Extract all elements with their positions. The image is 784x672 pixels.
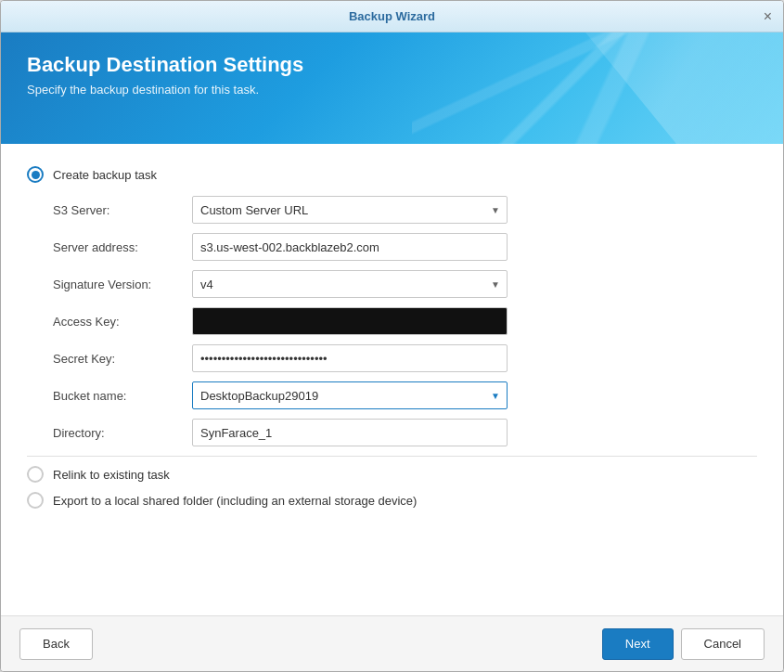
footer: Back Next Cancel [1,615,783,671]
create-task-label: Create backup task [53,168,157,182]
secret-key-label: Secret Key: [53,352,192,366]
export-radio[interactable] [27,492,44,509]
radio-section: Create backup task S3 Server: Custom Ser… [27,166,757,446]
close-button[interactable]: × [764,9,772,24]
bucket-row: Bucket name: DesktopBackup29019 ▼ [53,381,757,409]
page-subtitle: Specify the backup destination for this … [27,83,757,97]
server-address-input[interactable] [192,233,508,261]
footer-left: Back [19,628,93,660]
relink-label: Relink to existing task [53,468,170,482]
next-button[interactable]: Next [602,628,674,660]
server-address-row: Server address: [53,233,757,261]
access-key-label: Access Key: [53,315,192,329]
titlebar: Backup Wizard × [1,1,783,32]
server-address-label: Server address: [53,240,192,254]
bucket-label: Bucket name: [53,389,192,403]
directory-label: Directory: [53,426,192,440]
bucket-control: DesktopBackup29019 ▼ [192,381,508,409]
create-task-radio[interactable] [27,166,44,183]
signature-row: Signature Version: v2 v4 ▼ [53,270,757,298]
s3-server-select-wrapper: Custom Server URL Amazon S3 Backblaze B2… [192,196,508,224]
s3-server-control: Custom Server URL Amazon S3 Backblaze B2… [192,196,508,224]
access-key-control [192,307,508,335]
relink-radio[interactable] [27,466,44,483]
signature-select-wrapper: v2 v4 ▼ [192,270,508,298]
access-key-mask [192,307,508,335]
create-task-option[interactable]: Create backup task [27,166,757,183]
relink-option[interactable]: Relink to existing task [27,466,757,483]
signature-label: Signature Version: [53,278,192,291]
s3-server-label: S3 Server: [53,203,192,217]
export-option[interactable]: Export to a local shared folder (includi… [27,492,757,509]
signature-select[interactable]: v2 v4 [192,270,508,298]
form-fields: S3 Server: Custom Server URL Amazon S3 B… [53,196,757,446]
content-area: Create backup task S3 Server: Custom Ser… [1,144,783,615]
bucket-select-wrapper: DesktopBackup29019 ▼ [192,381,508,409]
header-banner: Backup Destination Settings Specify the … [1,32,783,144]
server-address-control [192,233,508,261]
backup-wizard-window: Backup Wizard × Backup Destination Setti… [0,0,784,672]
cancel-button[interactable]: Cancel [681,628,765,660]
separator-1 [27,456,757,457]
window-title: Backup Wizard [349,9,435,23]
page-title: Backup Destination Settings [27,53,757,77]
secret-key-row: Secret Key: [53,344,757,372]
secret-key-input[interactable] [192,344,508,372]
back-button[interactable]: Back [19,628,93,660]
access-key-row: Access Key: [53,307,757,335]
s3-server-select[interactable]: Custom Server URL Amazon S3 Backblaze B2… [192,196,508,224]
directory-control [192,419,508,446]
bucket-select[interactable]: DesktopBackup29019 [192,381,508,409]
signature-control: v2 v4 ▼ [192,270,508,298]
s3-server-row: S3 Server: Custom Server URL Amazon S3 B… [53,196,757,224]
directory-input[interactable] [192,419,508,446]
footer-right: Next Cancel [602,628,765,660]
export-label: Export to a local shared folder (includi… [53,494,417,508]
directory-row: Directory: [53,419,757,446]
secret-key-control [192,344,508,372]
